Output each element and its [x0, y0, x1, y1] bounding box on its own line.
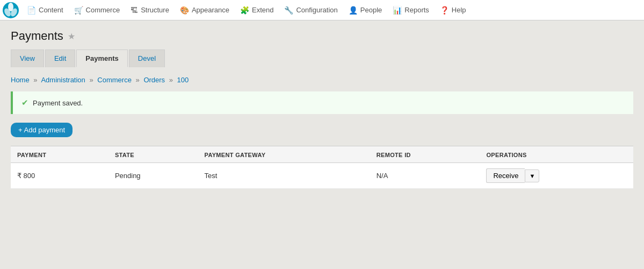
nav-content-label: Content: [39, 6, 63, 14]
site-logo[interactable]: [2, 2, 19, 19]
tab-devel[interactable]: Devel: [129, 49, 165, 67]
page-area: Payments ★ View Edit Payments Devel: [0, 20, 644, 67]
breadcrumb: Home » Administration » Commerce » Order…: [11, 76, 633, 84]
nav-help-label: Help: [452, 6, 466, 14]
col-payment: Payment: [11, 146, 108, 163]
nav-items: 📄 Content 🛒 Commerce 🏗 Structure 🎨 Appea…: [21, 0, 472, 20]
col-remote-id: Remote ID: [370, 146, 480, 163]
nav-reports[interactable]: 📊 Reports: [387, 0, 435, 20]
nav-commerce[interactable]: 🛒 Commerce: [69, 0, 126, 20]
appearance-icon: 🎨: [180, 6, 189, 15]
breadcrumb-sep-1: »: [33, 76, 37, 84]
breadcrumb-commerce[interactable]: Commerce: [97, 76, 132, 84]
nav-structure[interactable]: 🏗 Structure: [125, 0, 175, 20]
extend-icon: 🧩: [240, 6, 249, 15]
breadcrumb-administration[interactable]: Administration: [41, 76, 85, 84]
breadcrumb-orders[interactable]: Orders: [143, 76, 165, 84]
nav-commerce-label: Commerce: [86, 6, 120, 14]
cell-remote-id: N/A: [370, 163, 480, 189]
col-operations: Operations: [480, 146, 633, 163]
reports-icon: 📊: [393, 6, 402, 15]
col-state: State: [108, 146, 198, 163]
top-nav: 📄 Content 🛒 Commerce 🏗 Structure 🎨 Appea…: [0, 0, 644, 20]
nav-content[interactable]: 📄 Content: [21, 0, 69, 20]
nav-reports-label: Reports: [404, 6, 429, 14]
nav-people[interactable]: 👤 People: [343, 0, 387, 20]
nav-extend-label: Extend: [252, 6, 273, 14]
nav-appearance-label: Appearance: [192, 6, 229, 14]
check-icon: ✔: [21, 98, 28, 108]
receive-btn-group: Receive ▼: [486, 168, 539, 183]
help-icon: ❓: [440, 6, 449, 15]
breadcrumb-sep-4: »: [169, 76, 173, 84]
nav-help[interactable]: ❓ Help: [435, 0, 472, 20]
tab-payments[interactable]: Payments: [76, 49, 127, 67]
table-header-row: Payment State Payment Gateway Remote ID …: [11, 146, 633, 163]
structure-icon: 🏗: [131, 6, 138, 15]
configuration-icon: 🔧: [284, 6, 293, 15]
breadcrumb-sep-2: »: [89, 76, 93, 84]
breadcrumb-order-id[interactable]: 100: [177, 76, 189, 84]
receive-button[interactable]: Receive: [486, 168, 525, 183]
tab-view[interactable]: View: [11, 49, 44, 67]
people-icon: 👤: [349, 6, 358, 15]
alert-message: Payment saved.: [33, 99, 83, 107]
add-payment-button[interactable]: + Add payment: [11, 123, 73, 137]
nav-people-label: People: [360, 6, 382, 14]
alert-success: ✔ Payment saved.: [11, 91, 633, 114]
receive-dropdown-button[interactable]: ▼: [525, 169, 539, 182]
nav-configuration[interactable]: 🔧 Configuration: [279, 0, 343, 20]
content-area: Home » Administration » Commerce » Order…: [11, 67, 633, 189]
page-title-row: Payments ★: [11, 29, 633, 43]
cell-gateway: Test: [198, 163, 370, 189]
commerce-icon: 🛒: [74, 6, 83, 15]
col-payment-gateway: Payment Gateway: [198, 146, 370, 163]
cell-state: Pending: [108, 163, 198, 189]
cell-operations: Receive ▼: [480, 163, 633, 189]
payments-table: Payment State Payment Gateway Remote ID …: [11, 146, 633, 189]
nav-structure-label: Structure: [141, 6, 169, 14]
tab-edit[interactable]: Edit: [45, 49, 75, 67]
nav-appearance[interactable]: 🎨 Appearance: [175, 0, 235, 20]
bookmark-icon[interactable]: ★: [68, 31, 75, 41]
content-icon: 📄: [27, 6, 36, 15]
tabs: View Edit Payments Devel: [11, 49, 633, 67]
breadcrumb-sep-3: »: [136, 76, 140, 84]
page-title: Payments: [11, 29, 63, 43]
breadcrumb-home[interactable]: Home: [11, 76, 30, 84]
nav-configuration-label: Configuration: [296, 6, 337, 14]
nav-extend[interactable]: 🧩 Extend: [235, 0, 279, 20]
cell-payment: ₹ 800: [11, 163, 108, 189]
table-row: ₹ 800 Pending Test N/A Receive ▼: [11, 163, 633, 189]
